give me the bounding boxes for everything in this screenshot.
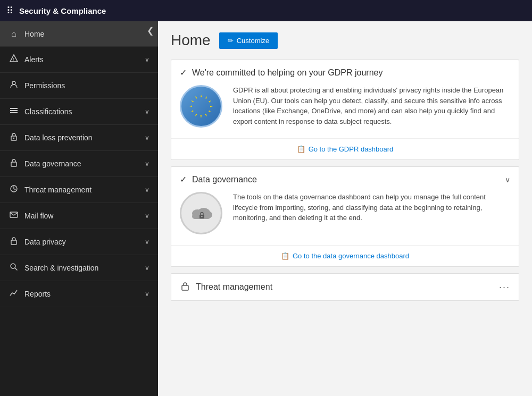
eu-flag-icon: [180, 85, 222, 128]
page-header: Home ✏ Customize: [171, 32, 519, 49]
svg-marker-21: [190, 110, 194, 113]
data-governance-card: ✓ Data governance ∨: [171, 166, 519, 267]
main-content: Home ✏ Customize ✓ We're committed to he…: [158, 21, 532, 396]
svg-marker-19: [201, 115, 202, 118]
svg-text:!: !: [13, 57, 14, 62]
data-governance-icon: [9, 158, 19, 169]
chevron-down-icon: ∨: [145, 186, 149, 193]
alerts-icon: !: [9, 54, 19, 65]
chevron-down-icon: ∨: [145, 290, 149, 298]
sidebar-item-data-loss-prevention[interactable]: Data loss prevention ∨: [0, 125, 158, 151]
sidebar-item-reports[interactable]: Reports ∨: [0, 281, 158, 307]
data-governance-card-title: Data governance: [192, 175, 257, 184]
sidebar: ❮ ⌂ Home ! Alerts ∨: [0, 21, 158, 396]
sidebar-item-label: Classifications: [24, 107, 72, 116]
threat-management-icon: [9, 184, 19, 195]
svg-marker-14: [205, 96, 208, 99]
chevron-down-icon: ∨: [145, 108, 149, 115]
customize-button[interactable]: ✏ Customize: [219, 32, 278, 49]
gdpr-card-header[interactable]: ✓ We're committed to helping on your GDP…: [171, 60, 519, 85]
svg-marker-16: [210, 106, 213, 107]
svg-marker-23: [190, 100, 194, 103]
svg-marker-24: [195, 96, 197, 99]
svg-point-7: [13, 138, 14, 139]
classifications-icon: [9, 106, 19, 117]
data-governance-link-text: Go to the data governance dashboard: [293, 252, 409, 260]
app-title: Security & Compliance: [19, 6, 106, 15]
sidebar-item-mail-flow[interactable]: Mail flow ∨: [0, 203, 158, 229]
gdpr-card-text: GDPR is all about protecting and enablin…: [233, 85, 510, 127]
sidebar-item-data-governance[interactable]: Data governance ∨: [0, 151, 158, 177]
data-governance-card-body: The tools on the data governance dashboa…: [171, 192, 519, 245]
topbar: ⠿ Security & Compliance: [0, 0, 532, 21]
svg-rect-8: [11, 162, 16, 166]
data-loss-prevention-icon: [9, 132, 19, 143]
chevron-down-icon: ∨: [145, 134, 149, 141]
chevron-down-icon: ∨: [145, 56, 149, 63]
app-grid-icon: ⠿: [6, 5, 14, 16]
gdpr-card-body: GDPR is all about protecting and enablin…: [171, 85, 519, 138]
svg-point-2: [12, 81, 15, 85]
search-icon: [9, 263, 19, 273]
svg-marker-17: [209, 111, 212, 113]
reports-icon: [9, 289, 19, 299]
more-options-icon[interactable]: ···: [499, 282, 510, 293]
sidebar-item-threat-management[interactable]: Threat management ∨: [0, 177, 158, 203]
sidebar-item-label: Alerts: [24, 55, 44, 64]
svg-rect-10: [10, 212, 18, 217]
sidebar-item-label: Search & investigation: [24, 264, 98, 272]
home-icon: ⌂: [9, 29, 19, 39]
mail-flow-icon: [9, 210, 19, 221]
data-governance-card-header[interactable]: ✓ Data governance ∨: [171, 167, 519, 192]
sidebar-collapse-button[interactable]: ❮: [147, 26, 154, 36]
svg-rect-5: [10, 112, 18, 113]
chevron-down-icon: ∨: [145, 160, 149, 167]
svg-rect-3: [10, 108, 18, 109]
cloud-lock-icon: [180, 192, 222, 234]
svg-marker-13: [201, 95, 202, 97]
sidebar-item-home[interactable]: ⌂ Home: [0, 21, 158, 47]
data-governance-checkmark-icon: ✓: [180, 174, 187, 184]
data-governance-card-text: The tools on the data governance dashboa…: [233, 192, 510, 223]
customize-label: Customize: [237, 37, 269, 45]
threat-management-card: Threat management ···: [171, 273, 519, 301]
svg-rect-31: [182, 285, 188, 290]
threat-management-card-title: Threat management: [196, 282, 272, 292]
sidebar-item-permissions[interactable]: Permissions: [0, 73, 158, 99]
svg-marker-15: [209, 100, 212, 103]
sidebar-item-search-investigation[interactable]: Search & investigation ∨: [0, 255, 158, 281]
sidebar-item-label: Reports: [24, 290, 51, 298]
sidebar-item-classifications[interactable]: Classifications ∨: [0, 99, 158, 125]
gdpr-link-text: Go to the GDPR dashboard: [309, 145, 394, 153]
sidebar-item-label: Threat management: [24, 186, 92, 194]
chevron-down-icon: ∨: [145, 264, 149, 272]
threat-management-card-header[interactable]: Threat management ···: [171, 274, 519, 300]
data-privacy-icon: [9, 237, 19, 247]
data-governance-link-icon: 📋: [281, 252, 289, 260]
sidebar-item-label: Home: [24, 30, 44, 38]
gdpr-card-title: We're committed to helping on your GDPR …: [192, 68, 383, 78]
svg-marker-20: [195, 114, 197, 117]
page-title: Home: [171, 32, 211, 49]
svg-marker-22: [189, 106, 192, 107]
svg-point-30: [201, 216, 202, 217]
permissions-icon: [9, 80, 19, 91]
svg-marker-18: [205, 114, 207, 117]
sidebar-item-data-privacy[interactable]: Data privacy ∨: [0, 229, 158, 255]
layout: ❮ ⌂ Home ! Alerts ∨: [0, 21, 532, 396]
gdpr-card: ✓ We're committed to helping on your GDP…: [171, 60, 519, 160]
threat-management-card-icon: [180, 281, 190, 293]
gdpr-dashboard-link[interactable]: 📋 Go to the GDPR dashboard: [171, 138, 519, 159]
chevron-down-icon: ∨: [145, 238, 149, 246]
data-governance-chevron-icon: ∨: [505, 175, 510, 184]
svg-rect-4: [10, 110, 18, 111]
sidebar-item-label: Permissions: [24, 81, 65, 90]
sidebar-item-label: Data governance: [24, 159, 81, 168]
customize-pencil-icon: ✏: [228, 37, 234, 45]
sidebar-item-alerts[interactable]: ! Alerts ∨: [0, 47, 158, 73]
gdpr-checkmark-icon: ✓: [180, 68, 187, 78]
sidebar-item-label: Data privacy: [24, 238, 66, 246]
sidebar-item-label: Mail flow: [24, 212, 53, 220]
data-governance-dashboard-link[interactable]: 📋 Go to the data governance dashboard: [171, 245, 519, 266]
svg-rect-11: [11, 240, 16, 245]
